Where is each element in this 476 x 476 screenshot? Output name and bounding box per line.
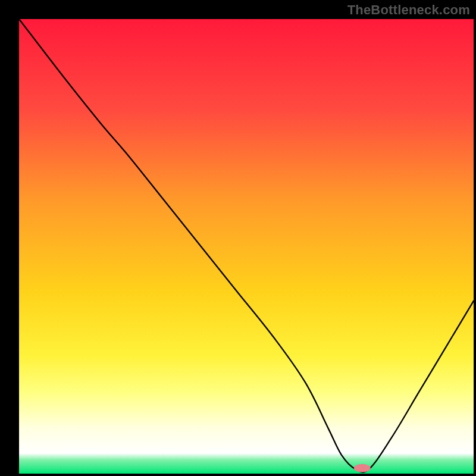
optimal-marker bbox=[354, 464, 371, 472]
chart-container: { "watermark": "TheBottleneck.com", "cha… bbox=[0, 0, 476, 476]
bottleneck-chart bbox=[0, 0, 476, 476]
plot-background bbox=[19, 19, 474, 474]
watermark-label: TheBottleneck.com bbox=[347, 2, 470, 18]
